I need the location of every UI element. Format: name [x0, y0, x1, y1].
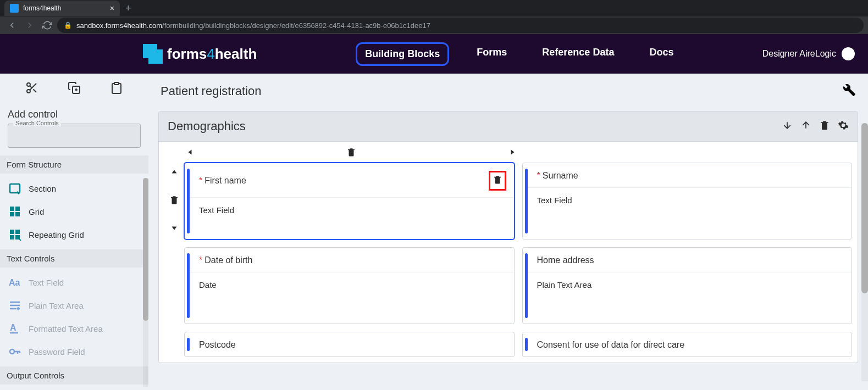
control-plain-text-area[interactable]: Plain Text Area — [0, 294, 148, 317]
control-section[interactable]: Section — [0, 177, 148, 200]
required-mark: * — [199, 176, 202, 186]
cut-button[interactable] — [25, 81, 38, 97]
control-label: Grid — [29, 207, 44, 216]
copy-button[interactable] — [68, 81, 81, 97]
user-area[interactable]: Designer AireLogic — [762, 47, 855, 60]
field-label: Surname — [543, 171, 578, 181]
field-consent[interactable]: Consent for use of data for direct care — [522, 332, 853, 357]
field-type: Date — [189, 272, 514, 297]
canvas-scroll-thumb[interactable] — [861, 123, 868, 293]
sidebar-scroll-thumb[interactable] — [143, 178, 148, 321]
svg-rect-16 — [10, 235, 14, 239]
row-toolbar — [164, 163, 184, 239]
field-home-address[interactable]: Home address Plain Text Area — [522, 247, 853, 324]
control-label: Formatted Text Area — [29, 324, 103, 333]
field-type: Text Field — [189, 198, 514, 222]
url-field[interactable]: 🔒 sandbox.forms4health.com/formbuilding/… — [57, 18, 864, 33]
field-surname[interactable]: * Surname Text Field — [522, 163, 853, 239]
row-move-up-button[interactable] — [169, 166, 179, 178]
nav-reference-data[interactable]: Reference Data — [534, 42, 622, 66]
logo-text-a: forms — [167, 46, 207, 62]
field-type: Text Field — [527, 188, 852, 213]
svg-rect-10 — [10, 207, 14, 211]
svg-rect-14 — [10, 230, 14, 234]
url-host: sandbox.forms4health.com — [76, 21, 162, 30]
nav-forms[interactable]: Forms — [469, 42, 515, 66]
column-toolbar — [164, 146, 518, 163]
control-password-field[interactable]: Password Field — [0, 340, 148, 363]
field-first-name[interactable]: * First name Text Field — [184, 163, 515, 239]
svg-rect-9 — [10, 184, 20, 193]
field-label: Consent for use of data for direct care — [537, 340, 685, 350]
control-text-field[interactable]: Aa Text Field — [0, 271, 148, 294]
main-nav: Building Blocks Forms Reference Data Doc… — [356, 42, 681, 66]
app-logo[interactable]: forms4health — [143, 44, 257, 64]
svg-text:Aa: Aa — [9, 278, 20, 287]
row-delete-button[interactable] — [169, 195, 179, 207]
field-postcode[interactable]: Postcode — [184, 332, 515, 357]
add-control-panel: Add control Search Controls — [0, 104, 148, 155]
svg-rect-12 — [10, 212, 14, 216]
forward-button[interactable] — [22, 18, 37, 33]
add-control-title: Add control — [8, 109, 141, 120]
col-move-right-button[interactable] — [508, 147, 518, 159]
control-grid[interactable]: Grid — [0, 200, 148, 223]
paste-button[interactable] — [110, 81, 123, 97]
section-move-up-button[interactable] — [800, 120, 811, 133]
user-name: Designer AireLogic — [762, 49, 836, 59]
search-label: Search Controls — [13, 120, 61, 126]
favicon-icon — [10, 4, 19, 13]
col-delete-button[interactable] — [346, 147, 356, 159]
required-mark: * — [537, 171, 540, 181]
control-formatted-text-area[interactable]: A Formatted Text Area — [0, 317, 148, 340]
canvas: Patient registration Demographics — [148, 74, 868, 390]
logo-text-b: 4 — [207, 46, 214, 62]
svg-rect-13 — [15, 212, 20, 216]
search-controls-input[interactable] — [8, 124, 141, 148]
section-delete-button[interactable] — [819, 120, 830, 133]
control-label: Plain Text Area — [29, 301, 84, 310]
control-label: Section — [29, 184, 56, 193]
control-label: Text Field — [29, 278, 64, 287]
section-move-down-button[interactable] — [782, 120, 793, 133]
section-settings-button[interactable] — [838, 120, 849, 133]
nav-docs[interactable]: Docs — [642, 42, 681, 66]
nav-building-blocks[interactable]: Building Blocks — [356, 42, 449, 66]
svg-point-0 — [27, 83, 30, 86]
close-tab-icon[interactable]: × — [110, 4, 114, 13]
back-button[interactable] — [4, 18, 20, 33]
sidebar-scrollbar[interactable] — [143, 178, 148, 387]
svg-point-26 — [10, 349, 14, 354]
field-date-of-birth[interactable]: * Date of birth Date — [184, 247, 515, 324]
grid-icon — [8, 204, 22, 219]
required-mark: * — [199, 255, 202, 265]
group-text-controls-header[interactable]: Text Controls — [0, 249, 148, 268]
lock-icon: 🔒 — [64, 21, 72, 29]
settings-button[interactable] — [843, 83, 856, 99]
field-label: Date of birth — [204, 255, 252, 265]
tab-strip: forms4health × + — [0, 0, 868, 16]
new-tab-button[interactable]: + — [125, 3, 131, 14]
logo-text-c: health — [215, 46, 257, 62]
field-type: Plain Text Area — [527, 272, 852, 297]
repeating-grid-icon — [8, 227, 22, 242]
svg-rect-8 — [114, 82, 119, 85]
section-demographics: Demographics — [158, 111, 858, 363]
sidebar-toolbar — [0, 74, 148, 104]
field-delete-button[interactable] — [489, 171, 506, 191]
url-path: /formbuilding/buildingblocks/designer/ed… — [162, 21, 430, 30]
canvas-scrollbar[interactable] — [861, 123, 868, 381]
reload-button[interactable] — [40, 18, 55, 33]
group-form-structure-header[interactable]: Form Structure — [0, 155, 148, 174]
app-header: forms4health Building Blocks Forms Refer… — [0, 34, 868, 74]
section-title: Demographics — [168, 119, 246, 133]
browser-tab[interactable]: forms4health × — [4, 1, 120, 16]
control-repeating-grid[interactable]: Repeating Grid — [0, 223, 148, 246]
svg-line-4 — [30, 86, 32, 88]
svg-rect-15 — [15, 230, 20, 234]
svg-text:A: A — [10, 323, 16, 332]
row-move-down-button[interactable] — [169, 224, 179, 236]
group-output-controls-header[interactable]: Output Controls — [0, 366, 148, 385]
col-move-left-button[interactable] — [184, 147, 194, 159]
field-label: Home address — [537, 255, 594, 265]
